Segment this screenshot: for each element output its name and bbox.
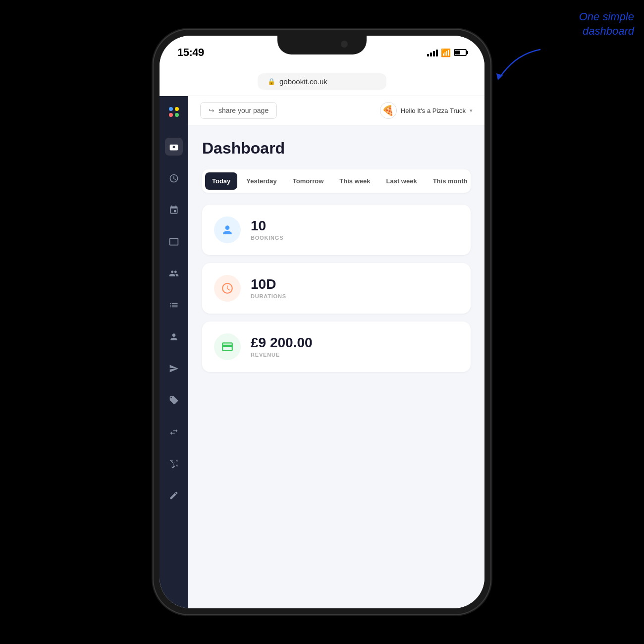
url-bar[interactable]: 🔒 gobookit.co.uk <box>160 69 484 96</box>
status-time: 15:49 <box>177 46 204 59</box>
durations-info: 10D DURATIONS <box>251 277 286 299</box>
signal-icon <box>427 49 438 56</box>
tab-this-week[interactable]: This week <box>332 172 377 190</box>
app-logo[interactable] <box>166 104 182 120</box>
durations-card: 10D DURATIONS <box>202 263 471 314</box>
sidebar-item-person[interactable] <box>165 328 183 346</box>
revenue-icon <box>221 340 234 353</box>
user-name-label: Hello It's a Pizza Truck <box>401 107 466 114</box>
phone-screen: 15:49 📶 🔒 gobookit.co.uk <box>160 36 484 608</box>
notch <box>277 36 367 54</box>
battery-icon <box>454 49 467 56</box>
phone-frame: 15:49 📶 🔒 gobookit.co.uk <box>154 30 490 614</box>
dashboard-body: Dashboard Today Yesterday Tomorrow This … <box>188 125 484 390</box>
share-icon: ↪ <box>209 107 215 114</box>
tab-tomorrow[interactable]: Tomorrow <box>286 172 331 190</box>
logo-dot-blue <box>169 107 173 111</box>
sidebar-item-flow[interactable] <box>165 423 183 441</box>
annotation-text: One simple dashboard <box>579 10 634 38</box>
logo-dot-green <box>175 113 179 117</box>
revenue-info: £9 200.00 REVENUE <box>251 336 313 358</box>
sidebar-item-tag[interactable] <box>165 391 183 409</box>
share-page-button[interactable]: ↪ share your page <box>200 102 277 119</box>
share-button-label: share your page <box>218 107 268 114</box>
durations-label: DURATIONS <box>251 293 286 299</box>
tab-yesterday[interactable]: Yesterday <box>239 172 283 190</box>
user-info[interactable]: 🍕 Hello It's a Pizza Truck ▾ <box>380 102 473 119</box>
revenue-icon-wrap <box>214 333 241 360</box>
sidebar-item-team[interactable] <box>165 265 183 282</box>
bookings-icon-wrap <box>214 216 241 243</box>
main-content: ↪ share your page 🍕 Hello It's a Pizza T… <box>188 96 484 608</box>
bookings-icon <box>221 223 234 236</box>
sidebar-item-edit[interactable] <box>165 486 183 504</box>
durations-icon <box>221 282 234 295</box>
sidebar-item-dashboard[interactable] <box>165 138 183 156</box>
tab-today[interactable]: Today <box>205 172 237 190</box>
sidebar-item-screen[interactable] <box>165 233 183 251</box>
status-bar: 15:49 📶 <box>160 36 484 69</box>
durations-icon-wrap <box>214 275 241 302</box>
url-bar-inner[interactable]: 🔒 gobookit.co.uk <box>258 73 386 90</box>
logo-dot-yellow <box>175 107 179 111</box>
bookings-info: 10 BOOKINGS <box>251 219 283 241</box>
lock-icon: 🔒 <box>268 78 275 85</box>
sidebar-item-magic[interactable] <box>165 455 183 473</box>
durations-value: 10D <box>251 277 286 291</box>
sidebar-item-list[interactable] <box>165 296 183 314</box>
annotation-arrow <box>485 45 545 86</box>
revenue-value: £9 200.00 <box>251 336 313 350</box>
revenue-card: £9 200.00 REVENUE <box>202 322 471 372</box>
sidebar-item-clock[interactable] <box>165 169 183 187</box>
sidebar <box>160 96 188 608</box>
url-text: gobookit.co.uk <box>279 77 327 86</box>
pizza-icon: 🍕 <box>382 105 394 116</box>
revenue-label: REVENUE <box>251 352 313 358</box>
bookings-label: BOOKINGS <box>251 235 283 241</box>
dashboard-title: Dashboard <box>202 139 471 158</box>
front-camera <box>341 41 348 48</box>
logo-dot-red <box>169 113 173 117</box>
tab-this-month[interactable]: This month <box>426 172 475 190</box>
app-content: ↪ share your page 🍕 Hello It's a Pizza T… <box>160 96 484 608</box>
bookings-value: 10 <box>251 219 283 233</box>
sidebar-item-calendar[interactable] <box>165 201 183 219</box>
top-bar: ↪ share your page 🍕 Hello It's a Pizza T… <box>188 96 484 125</box>
tab-last-week[interactable]: Last week <box>379 172 424 190</box>
user-avatar: 🍕 <box>380 102 397 119</box>
status-icons: 📶 <box>427 48 467 57</box>
bookings-card: 10 BOOKINGS <box>202 205 471 255</box>
logo-dots <box>169 107 179 117</box>
wifi-icon: 📶 <box>441 48 451 57</box>
user-menu-chevron[interactable]: ▾ <box>470 107 473 114</box>
sidebar-item-send[interactable] <box>165 360 183 377</box>
filter-tabs: Today Yesterday Tomorrow This week Last … <box>202 169 471 193</box>
